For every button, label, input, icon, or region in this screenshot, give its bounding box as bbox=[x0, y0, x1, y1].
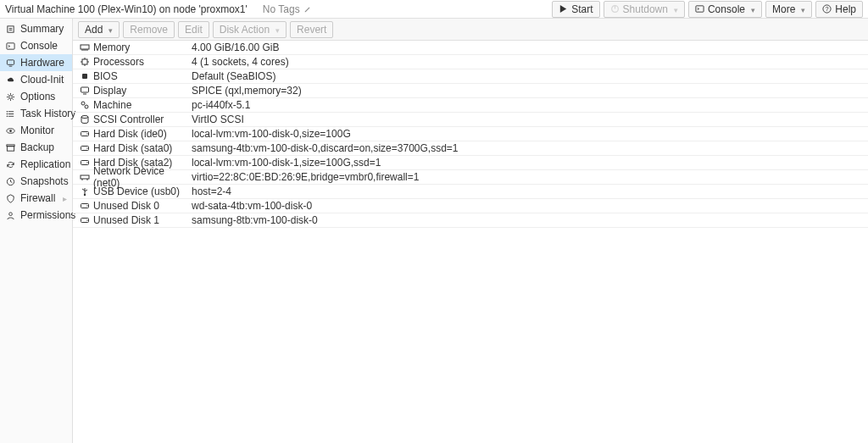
hardware-table: Memory4.00 GiB/16.00 GiBProcessors4 (1 s… bbox=[73, 41, 868, 443]
sidebar-item-options[interactable]: Options bbox=[0, 88, 72, 105]
sidebar-item-firewall[interactable]: Firewall▸ bbox=[0, 190, 72, 207]
usb-icon bbox=[80, 186, 90, 197]
hdd-icon bbox=[80, 158, 90, 168]
hardware-label: Display bbox=[93, 85, 192, 97]
hardware-label: Hard Disk (sata0) bbox=[93, 142, 192, 154]
hardware-label: SCSI Controller bbox=[93, 114, 192, 125]
hdd-icon bbox=[80, 143, 90, 153]
hardware-value: VirtIO SCSI bbox=[192, 114, 865, 125]
hardware-value: samsung-8tb:vm-100-disk-0 bbox=[192, 214, 865, 226]
hardware-label: Machine bbox=[93, 99, 192, 111]
monitor-icon bbox=[80, 86, 90, 96]
sidebar-item-label: Permissions bbox=[20, 209, 75, 221]
hardware-value: virtio=22:8C:0E:BD:26:9E,bridge=vmbr0,fi… bbox=[192, 171, 865, 183]
console-button[interactable]: Console bbox=[688, 1, 762, 18]
pencil-icon bbox=[303, 5, 312, 14]
monitor-icon bbox=[6, 58, 15, 68]
add-button[interactable]: Add bbox=[78, 21, 120, 38]
sidebar-item-label: Hardware bbox=[20, 57, 64, 69]
sidebar-item-permissions[interactable]: Permissions bbox=[0, 207, 72, 224]
sidebar-item-backup[interactable]: Backup bbox=[0, 139, 72, 156]
user-icon bbox=[6, 211, 15, 220]
chip-icon bbox=[80, 71, 90, 81]
play-icon bbox=[559, 4, 568, 14]
hardware-label: Memory bbox=[93, 42, 192, 53]
hardware-value: Default (SeaBIOS) bbox=[192, 70, 865, 82]
hardware-row[interactable]: Memory4.00 GiB/16.00 GiB bbox=[73, 41, 868, 55]
hardware-value: host=2-4 bbox=[192, 186, 865, 197]
remove-button[interactable]: Remove bbox=[123, 21, 175, 38]
vm-sidebar: SummaryConsoleHardwareCloud-InitOptionsT… bbox=[0, 19, 73, 443]
hardware-row[interactable]: BIOSDefault (SeaBIOS) bbox=[73, 69, 868, 84]
hardware-value: local-lvm:vm-100-disk-1,size=100G,ssd=1 bbox=[192, 157, 865, 169]
help-button[interactable]: Help bbox=[815, 1, 863, 18]
edit-button[interactable]: Edit bbox=[178, 21, 209, 38]
shutdown-button[interactable]: Shutdown bbox=[604, 1, 685, 18]
sync-icon bbox=[6, 160, 15, 169]
archive-icon bbox=[6, 143, 15, 152]
eye-icon bbox=[6, 126, 15, 136]
memory-icon bbox=[80, 42, 90, 53]
hardware-row[interactable]: DisplaySPICE (qxl,memory=32) bbox=[73, 84, 868, 98]
hardware-row[interactable]: Unused Disk 0wd-sata-4tb:vm-100-disk-0 bbox=[73, 199, 868, 213]
chevron-down-icon bbox=[108, 24, 113, 36]
chevron-right-icon: ▸ bbox=[63, 194, 67, 203]
hardware-label: Unused Disk 0 bbox=[93, 200, 192, 212]
start-button[interactable]: Start bbox=[552, 1, 599, 18]
hardware-row[interactable]: Hard Disk (sata0)samsung-4tb:vm-100-disk… bbox=[73, 141, 868, 156]
tags-area[interactable]: No Tags bbox=[263, 3, 312, 15]
hdd-icon bbox=[80, 129, 90, 139]
hardware-label: Hard Disk (ide0) bbox=[93, 128, 192, 140]
sidebar-item-cloud-init[interactable]: Cloud-Init bbox=[0, 71, 72, 88]
hardware-row[interactable]: Hard Disk (sata2)local-lvm:vm-100-disk-1… bbox=[73, 156, 868, 170]
vm-header: Virtual Machine 100 (Plex-Win10) on node… bbox=[0, 0, 868, 19]
sidebar-item-label: Console bbox=[20, 40, 58, 52]
chevron-down-icon bbox=[801, 3, 805, 15]
terminal-icon bbox=[6, 42, 15, 51]
chevron-down-icon bbox=[751, 3, 755, 15]
hardware-row[interactable]: USB Device (usb0)host=2-4 bbox=[73, 185, 868, 199]
hardware-label: USB Device (usb0) bbox=[93, 186, 192, 197]
list-icon bbox=[6, 109, 15, 119]
hardware-toolbar: Add Remove Edit Disk Action Revert bbox=[73, 19, 868, 41]
sidebar-item-label: Replication bbox=[20, 158, 70, 170]
disk-action-button[interactable]: Disk Action bbox=[213, 21, 287, 38]
sidebar-item-label: Task History bbox=[20, 108, 75, 119]
hardware-row[interactable]: Processors4 (1 sockets, 4 cores) bbox=[73, 55, 868, 69]
sidebar-item-summary[interactable]: Summary bbox=[0, 20, 72, 37]
hardware-label: BIOS bbox=[93, 70, 192, 82]
note-icon bbox=[6, 25, 15, 34]
sidebar-item-replication[interactable]: Replication bbox=[0, 156, 72, 173]
more-button[interactable]: More bbox=[765, 1, 812, 18]
no-tags-label: No Tags bbox=[263, 3, 300, 15]
gears-icon bbox=[80, 100, 90, 110]
hdd-icon bbox=[80, 215, 90, 225]
sidebar-item-console[interactable]: Console bbox=[0, 37, 72, 54]
hardware-value: wd-sata-4tb:vm-100-disk-0 bbox=[192, 200, 865, 212]
hardware-row[interactable]: SCSI ControllerVirtIO SCSI bbox=[73, 113, 868, 127]
sidebar-item-label: Firewall bbox=[20, 192, 55, 204]
hardware-label: Unused Disk 1 bbox=[93, 214, 192, 226]
disk-icon bbox=[80, 114, 90, 125]
chevron-down-icon bbox=[674, 3, 678, 15]
sidebar-item-monitor[interactable]: Monitor bbox=[0, 122, 72, 139]
sidebar-item-label: Snapshots bbox=[20, 175, 69, 187]
sidebar-item-task-history[interactable]: Task History bbox=[0, 105, 72, 122]
sidebar-item-label: Options bbox=[20, 91, 55, 102]
hardware-row[interactable]: Hard Disk (ide0)local-lvm:vm-100-disk-0,… bbox=[73, 127, 868, 141]
chevron-down-icon bbox=[275, 24, 280, 36]
revert-button[interactable]: Revert bbox=[290, 21, 333, 38]
cpu-icon bbox=[80, 57, 90, 67]
hardware-value: local-lvm:vm-100-disk-0,size=100G bbox=[192, 128, 865, 140]
power-icon bbox=[610, 4, 620, 14]
help-icon bbox=[822, 4, 832, 14]
hardware-value: SPICE (qxl,memory=32) bbox=[192, 85, 865, 97]
sidebar-item-snapshots[interactable]: Snapshots bbox=[0, 173, 72, 190]
hardware-row[interactable]: Unused Disk 1samsung-8tb:vm-100-disk-0 bbox=[73, 213, 868, 228]
cloud-icon bbox=[6, 75, 15, 85]
sidebar-item-label: Monitor bbox=[20, 125, 54, 136]
hardware-row[interactable]: Network Device (net0)virtio=22:8C:0E:BD:… bbox=[73, 170, 868, 185]
sidebar-item-label: Cloud-Init bbox=[20, 74, 64, 86]
hardware-row[interactable]: Machinepc-i440fx-5.1 bbox=[73, 98, 868, 113]
sidebar-item-hardware[interactable]: Hardware bbox=[0, 54, 72, 71]
